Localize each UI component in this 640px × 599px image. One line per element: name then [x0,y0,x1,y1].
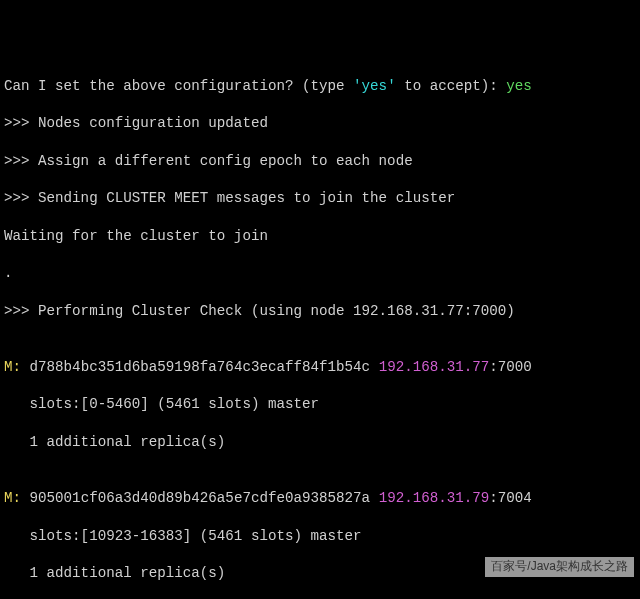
node-m1-repl: 1 additional replica(s) [4,433,636,452]
setup-line-5: . [4,264,636,283]
prompt-question: Can I set the above configuration? (type [4,78,353,94]
watermark-text: 百家号/Java架构成长之路 [485,557,634,577]
prompt-answer[interactable]: yes [506,78,532,94]
node-hash: 905001cf06a3d40d89b426a5e7cdfe0a9385827a [21,490,379,506]
node-m1-header: M: d788b4bc351d6ba59198fa764c3ecaff84f1b… [4,358,636,377]
to-accept: to accept): [396,78,507,94]
node-port: :7004 [489,490,532,506]
yes-literal: 'yes' [353,78,396,94]
setup-line-2: >>> Assign a different config epoch to e… [4,152,636,171]
node-m1-slots: slots:[0-5460] (5461 slots) master [4,395,636,414]
setup-line-3: >>> Sending CLUSTER MEET messages to joi… [4,189,636,208]
role-label: M: [4,490,21,506]
setup-line-1: >>> Nodes configuration updated [4,114,636,133]
cluster-check-header: >>> Performing Cluster Check (using node… [4,302,636,321]
node-port: :7000 [489,359,532,375]
node-ip: 192.168.31.77 [379,359,490,375]
node-m2-header: M: 905001cf06a3d40d89b426a5e7cdfe0a93858… [4,489,636,508]
node-ip: 192.168.31.79 [379,490,490,506]
role-label: M: [4,359,21,375]
config-prompt-line: Can I set the above configuration? (type… [4,77,636,96]
node-m2-slots: slots:[10923-16383] (5461 slots) master [4,527,636,546]
setup-line-4: Waiting for the cluster to join [4,227,636,246]
node-hash: d788b4bc351d6ba59198fa764c3ecaff84f1b54c [21,359,379,375]
